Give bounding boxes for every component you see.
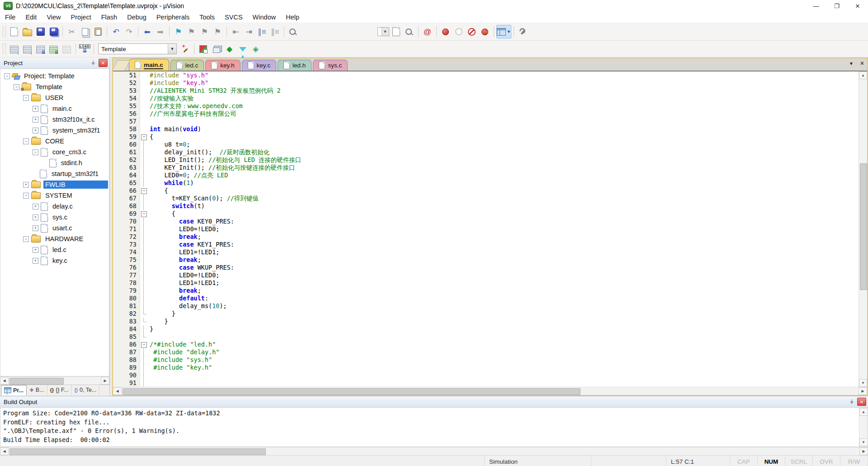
document-tab-led-c[interactable]: led.c bbox=[170, 60, 204, 71]
build-output-close-icon[interactable]: ✕ bbox=[857, 398, 866, 406]
comment-selection[interactable]: ∥≡ bbox=[255, 25, 269, 38]
scroll-up-icon[interactable]: ▲ bbox=[859, 408, 868, 416]
disable-all-breakpoints-icon[interactable] bbox=[478, 25, 491, 38]
code-area[interactable]: 51#include "sys.h"52#include "key.h"53//… bbox=[113, 71, 859, 387]
tree-item-delay-c[interactable]: +delay.c bbox=[0, 201, 109, 212]
chevron-down-icon[interactable]: ▼ bbox=[168, 44, 176, 54]
menu-tools[interactable]: Tools bbox=[194, 14, 220, 21]
expand-icon[interactable]: + bbox=[33, 117, 38, 123]
stop-build-icon[interactable] bbox=[60, 43, 73, 55]
tree-item-stm32f10x-it-c[interactable]: +stm32f10x_it.c bbox=[0, 114, 109, 125]
expand-icon[interactable]: + bbox=[33, 258, 38, 264]
fold-collapse-icon[interactable]: − bbox=[141, 211, 147, 217]
tree-item-system-stm32f1[interactable]: +system_stm32f1 bbox=[0, 125, 109, 136]
open-file-icon[interactable] bbox=[21, 25, 34, 38]
collapse-icon[interactable]: − bbox=[23, 138, 29, 144]
scroll-right-icon[interactable]: ▶ bbox=[101, 377, 109, 385]
menu-project[interactable]: Project bbox=[66, 14, 96, 21]
collapse-icon[interactable]: − bbox=[23, 193, 29, 199]
menu-flash[interactable]: Flash bbox=[96, 14, 122, 21]
save-icon[interactable] bbox=[34, 25, 47, 38]
build-output-log[interactable]: Program Size: Code=2100 RO-data=336 RW-d… bbox=[0, 408, 859, 447]
multi-project-workspace[interactable]: ◈ bbox=[249, 43, 262, 55]
panel-tab-0-te[interactable]: {}0, Te... bbox=[72, 385, 100, 395]
panel-tab-b[interactable]: ❖B... bbox=[27, 385, 47, 395]
scroll-right-icon[interactable]: ▶ bbox=[859, 447, 868, 455]
uncomment-selection[interactable]: ∥≡ bbox=[269, 25, 282, 38]
chevron-down-icon[interactable]: ▼ bbox=[507, 29, 511, 34]
tree-item-main-c[interactable]: +main.c bbox=[0, 103, 109, 114]
menu-window[interactable]: Window bbox=[248, 14, 281, 21]
options-for-target-icon[interactable] bbox=[179, 43, 192, 55]
tree-item-system[interactable]: −SYSTEM bbox=[0, 190, 109, 201]
translate-file-icon[interactable] bbox=[8, 43, 21, 55]
panel-tab-pr[interactable]: Pr... bbox=[1, 385, 27, 395]
collapse-icon[interactable]: − bbox=[4, 73, 10, 79]
menu-svcs[interactable]: SVCS bbox=[220, 14, 248, 21]
collapse-icon[interactable]: − bbox=[23, 236, 29, 242]
next-bookmark[interactable]: ⚑ bbox=[198, 25, 211, 38]
document-tab-sys-c[interactable]: sys.c bbox=[313, 60, 348, 71]
tree-item-hardware[interactable]: −HARDWARE bbox=[0, 233, 109, 244]
expand-icon[interactable]: + bbox=[23, 182, 29, 188]
tree-item-stdint-h[interactable]: stdint.h bbox=[0, 157, 109, 168]
menu-debug[interactable]: Debug bbox=[122, 14, 151, 21]
expand-icon[interactable]: + bbox=[33, 214, 38, 220]
editor-hscrollbar[interactable]: ◀ ▶ bbox=[113, 387, 867, 395]
expand-icon[interactable]: + bbox=[33, 106, 38, 112]
build-output-hscrollbar[interactable]: ◀ ▶ bbox=[0, 447, 868, 455]
scroll-left-icon[interactable]: ◀ bbox=[113, 387, 122, 395]
window-layout-icon[interactable]: ▼ bbox=[496, 25, 511, 38]
scroll-up-icon[interactable]: ▲ bbox=[859, 71, 867, 79]
document-tab-led-h[interactable]: led.h bbox=[278, 60, 311, 71]
toolbar-grip[interactable] bbox=[3, 26, 6, 37]
configure-tools-icon[interactable] bbox=[516, 25, 529, 38]
fold-collapse-icon[interactable]: − bbox=[141, 134, 147, 140]
find-in-files-dialog-icon[interactable] bbox=[390, 25, 403, 38]
tree-item-project-template[interactable]: −Project: Template bbox=[0, 71, 109, 81]
lookup-word[interactable]: @ bbox=[421, 25, 434, 38]
tree-item-template[interactable]: −Template bbox=[0, 81, 109, 92]
find-text-combo[interactable]: ▼ bbox=[377, 25, 390, 38]
panel-tab-f[interactable]: {}{} F... bbox=[47, 385, 72, 395]
editor-vscrollbar[interactable]: ▲ ▼ bbox=[859, 71, 867, 387]
document-tab-key-h[interactable]: key.h bbox=[205, 60, 240, 71]
tree-item-fwlib[interactable]: +FWLIB bbox=[0, 179, 109, 190]
find-in-files-icon[interactable] bbox=[287, 25, 300, 38]
minimize-button[interactable]: — bbox=[806, 0, 826, 12]
tree-item-core-cm3-c[interactable]: −core_cm3.c bbox=[0, 147, 109, 157]
scroll-down-icon[interactable]: ▼ bbox=[859, 438, 868, 446]
close-button[interactable]: ✕ bbox=[847, 0, 868, 12]
scroll-left-icon[interactable]: ◀ bbox=[0, 447, 9, 455]
build-output-vscrollbar[interactable]: ▲ ▼ bbox=[859, 408, 868, 447]
select-software-packs[interactable]: ◆ bbox=[223, 43, 236, 55]
manage-project-items-icon[interactable] bbox=[210, 43, 223, 55]
manage-runtime-environment-icon[interactable] bbox=[197, 43, 210, 55]
pin-icon[interactable]: ⏚ bbox=[89, 59, 97, 67]
tree-item-user[interactable]: −USER bbox=[0, 92, 109, 103]
save-all-icon[interactable] bbox=[47, 25, 60, 38]
redo[interactable]: ↷ bbox=[123, 25, 136, 38]
collapse-icon[interactable]: − bbox=[14, 84, 19, 90]
build-icon[interactable] bbox=[21, 43, 34, 55]
navigate-back[interactable]: ⬅ bbox=[141, 25, 154, 38]
new-file-icon[interactable] bbox=[8, 25, 21, 38]
enable-disable-breakpoint-icon[interactable] bbox=[452, 25, 465, 38]
tab-list-dropdown[interactable]: ▼ bbox=[849, 61, 854, 66]
expand-icon[interactable]: + bbox=[33, 204, 38, 209]
target-select-combo[interactable]: Template▼ bbox=[98, 43, 177, 54]
collapse-icon[interactable]: − bbox=[33, 149, 38, 155]
fold-collapse-icon[interactable]: − bbox=[141, 342, 147, 348]
close-document[interactable]: ✕ bbox=[860, 60, 864, 67]
rebuild-all-icon[interactable] bbox=[34, 43, 47, 55]
expand-icon[interactable]: + bbox=[33, 247, 38, 253]
insert-remove-breakpoint-icon[interactable] bbox=[439, 25, 452, 38]
menu-help[interactable]: Help bbox=[281, 14, 304, 21]
fold-collapse-icon[interactable]: − bbox=[141, 188, 147, 194]
project-close-icon[interactable]: ✕ bbox=[99, 59, 108, 67]
kill-all-breakpoints-icon[interactable] bbox=[465, 25, 478, 38]
paste-icon[interactable] bbox=[91, 25, 104, 38]
tree-item-sys-c[interactable]: +sys.c bbox=[0, 212, 109, 223]
undo[interactable]: ↶ bbox=[109, 25, 123, 38]
unindent[interactable]: ⇤ bbox=[229, 25, 242, 38]
